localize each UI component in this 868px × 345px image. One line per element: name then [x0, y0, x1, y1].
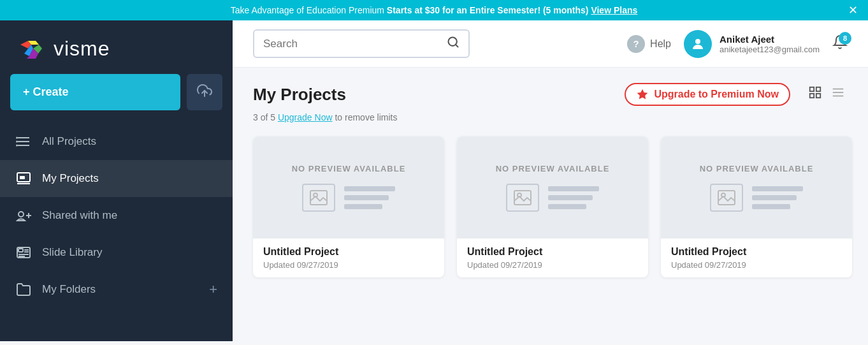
- preview-placeholder: [506, 184, 599, 212]
- card-updated: Updated 09/27/2019: [263, 260, 434, 270]
- sidebar-navigation: All Projects My Projects: [0, 123, 233, 308]
- image-placeholder-icon: [710, 184, 743, 212]
- upload-icon: [197, 87, 212, 101]
- svg-rect-23: [816, 87, 820, 91]
- upgrade-premium-button[interactable]: Upgrade to Premium Now: [625, 83, 790, 106]
- card-title: Untitled Project: [671, 246, 842, 258]
- preview-placeholder: [302, 184, 395, 212]
- sidebar-actions: + Create: [0, 74, 233, 123]
- no-preview-label: NO PREVIEW AVAILABLE: [292, 164, 406, 173]
- no-preview-label: NO PREVIEW AVAILABLE: [496, 164, 610, 173]
- projects-area: My Projects Upgrade to Premium Now: [233, 68, 868, 293]
- card-info: Untitled Project Updated 09/27/2019: [661, 239, 852, 277]
- notification-badge: 8: [839, 32, 851, 45]
- sidebar-item-my-folders[interactable]: My Folders +: [0, 271, 233, 308]
- projects-count: 3 of 5: [253, 112, 275, 122]
- list-view-button[interactable]: [828, 83, 848, 106]
- svg-rect-29: [310, 191, 327, 205]
- image-placeholder-icon: [506, 184, 539, 212]
- svg-marker-21: [637, 89, 648, 99]
- avatar: [684, 30, 712, 58]
- lines-placeholder: [548, 186, 599, 209]
- svg-point-20: [695, 39, 700, 44]
- upgrade-star-icon: [636, 88, 649, 101]
- sidebar-item-all-projects[interactable]: All Projects: [0, 123, 233, 160]
- user-email: aniketajeet123@gmail.com: [720, 45, 820, 54]
- main-content: ? Help Aniket Ajeet aniketajeet123@gmail…: [233, 20, 868, 341]
- grid-view-button[interactable]: [806, 83, 825, 106]
- image-placeholder-icon: [302, 184, 335, 212]
- card-preview: NO PREVIEW AVAILABLE: [457, 136, 648, 239]
- search-input[interactable]: [263, 38, 440, 50]
- user-name: Aniket Ajeet: [720, 34, 820, 45]
- lines-placeholder: [344, 186, 395, 209]
- sidebar-item-shared-with-me-label: Shared with me: [42, 209, 117, 222]
- sidebar-item-slide-library-label: Slide Library: [42, 246, 103, 259]
- user-info[interactable]: Aniket Ajeet aniketajeet123@gmail.com: [684, 30, 820, 58]
- preview-placeholder: [710, 184, 803, 212]
- create-button[interactable]: + Create: [10, 74, 180, 110]
- banner-text-pre: Take Advantage of Education Premium: [231, 5, 387, 15]
- add-folder-icon[interactable]: +: [209, 281, 217, 298]
- card-preview: NO PREVIEW AVAILABLE: [253, 136, 444, 239]
- svg-point-7: [16, 145, 18, 147]
- main-layout: visme + Create: [0, 20, 868, 341]
- lines-placeholder: [752, 186, 803, 209]
- search-box[interactable]: [253, 29, 470, 58]
- sidebar-item-my-folders-label: My Folders: [42, 283, 96, 296]
- projects-grid: NO PREVIEW AVAILABLE: [253, 136, 848, 277]
- shared-icon: [15, 207, 32, 224]
- svg-point-6: [16, 141, 18, 143]
- svg-rect-33: [718, 191, 735, 205]
- projects-header: My Projects Upgrade to Premium Now: [253, 83, 848, 106]
- svg-rect-31: [514, 191, 531, 205]
- slide-library-icon: [15, 244, 32, 261]
- notifications-button[interactable]: 8: [832, 34, 848, 54]
- svg-point-5: [16, 137, 18, 139]
- project-card[interactable]: NO PREVIEW AVAILABLE: [457, 136, 648, 277]
- search-button[interactable]: [447, 36, 459, 52]
- banner-view-plans-link[interactable]: View Plans: [591, 5, 637, 15]
- svg-rect-22: [810, 87, 814, 91]
- page-title: My Projects: [253, 85, 346, 105]
- no-preview-label: NO PREVIEW AVAILABLE: [700, 164, 814, 173]
- sidebar-item-my-projects-label: My Projects: [42, 172, 99, 185]
- card-updated: Updated 09/27/2019: [467, 260, 638, 270]
- card-info: Untitled Project Updated 09/27/2019: [253, 239, 444, 277]
- header-actions: Upgrade to Premium Now: [625, 83, 848, 106]
- my-projects-icon: [15, 170, 32, 187]
- card-title: Untitled Project: [263, 246, 434, 258]
- view-toggles: [806, 83, 848, 106]
- user-details: Aniket Ajeet aniketajeet123@gmail.com: [720, 34, 820, 54]
- card-preview: NO PREVIEW AVAILABLE: [661, 136, 852, 239]
- main-header: ? Help Aniket Ajeet aniketajeet123@gmail…: [233, 20, 868, 68]
- banner-text-bold: Starts at $30 for an Entire Semester! (5…: [387, 5, 589, 15]
- sidebar-item-all-projects-label: All Projects: [42, 135, 96, 148]
- my-folders-icon: [15, 281, 32, 298]
- upload-button[interactable]: [187, 74, 222, 110]
- svg-line-19: [456, 45, 458, 47]
- sidebar-item-my-projects[interactable]: My Projects: [0, 160, 233, 197]
- project-card[interactable]: NO PREVIEW AVAILABLE: [253, 136, 444, 277]
- logo-area: visme: [0, 20, 233, 74]
- sidebar-item-slide-library[interactable]: Slide Library: [0, 234, 233, 271]
- svg-point-11: [18, 212, 24, 217]
- create-button-label: + Create: [23, 85, 69, 99]
- limit-suffix: to remove limits: [335, 112, 397, 122]
- svg-rect-24: [810, 94, 814, 98]
- help-icon: ?: [627, 35, 645, 53]
- banner-close-button[interactable]: ✕: [848, 3, 858, 17]
- svg-rect-9: [20, 176, 25, 179]
- card-updated: Updated 09/27/2019: [671, 260, 842, 270]
- promo-banner: Take Advantage of Education Premium Star…: [0, 0, 868, 20]
- help-label: Help: [650, 38, 671, 50]
- help-button[interactable]: ? Help: [627, 35, 671, 53]
- card-info: Untitled Project Updated 09/27/2019: [457, 239, 648, 277]
- project-card[interactable]: NO PREVIEW AVAILABLE: [661, 136, 852, 277]
- upgrade-now-link[interactable]: Upgrade Now: [278, 112, 333, 122]
- logo-text: visme: [54, 37, 110, 61]
- projects-limit-text: 3 of 5 Upgrade Now to remove limits: [253, 112, 848, 122]
- svg-rect-13: [18, 249, 23, 252]
- sidebar-item-shared-with-me[interactable]: Shared with me: [0, 197, 233, 234]
- card-title: Untitled Project: [467, 246, 638, 258]
